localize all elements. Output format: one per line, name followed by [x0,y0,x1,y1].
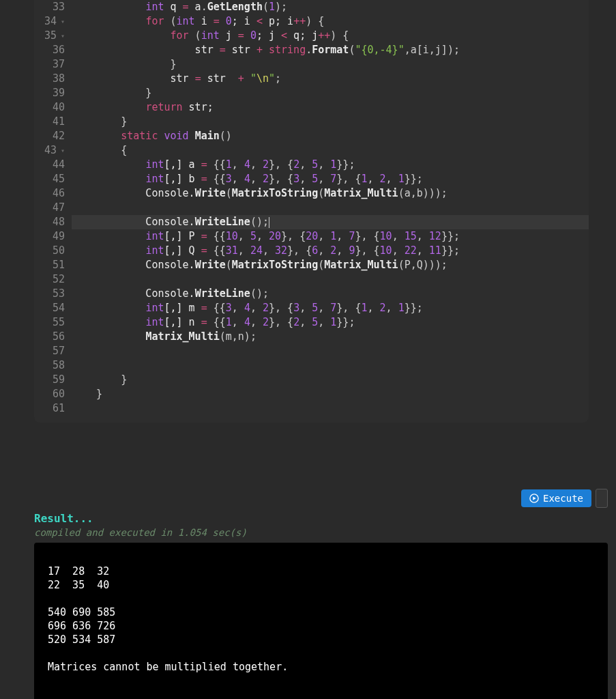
line-number: 51 [34,258,65,272]
line-number: 34 [34,14,65,29]
code-line[interactable]: int[,] a = {{1, 4, 2}, {2, 5, 1}}; [72,158,589,172]
code-line[interactable]: Console.Write(MatrixToString(Matrix_Mult… [72,258,589,272]
line-number: 41 [34,115,65,129]
line-number: 61 [34,401,65,416]
line-number: 42 [34,129,65,143]
code-content[interactable]: int q = a.GetLength(1); for (int i = 0; … [72,0,589,416]
line-number: 47 [34,201,65,215]
line-number: 36 [34,43,65,57]
line-number: 48 [34,215,65,229]
code-line[interactable]: for (int j = 0; j < q; j++) { [72,29,589,43]
line-number: 59 [34,373,65,387]
code-line[interactable]: } [72,86,589,100]
line-number: 60 [34,387,65,401]
code-line[interactable]: int[,] Q = {{31, 24, 32}, {6, 2, 9}, {10… [72,244,589,258]
code-line[interactable]: for (int i = 0; i < p; i++) { [72,14,589,29]
code-line[interactable] [72,272,589,287]
line-number: 38 [34,72,65,86]
code-line[interactable]: str = str + string.Format("{0,-4}",a[i,j… [72,43,589,57]
code-line[interactable]: } [72,115,589,129]
line-number: 40 [34,100,65,115]
code-line[interactable]: str = str + "\n"; [72,72,589,86]
code-line[interactable]: Matrix_Multi(m,n); [72,330,589,344]
line-number: 52 [34,272,65,287]
line-number: 37 [34,57,65,72]
extra-button[interactable] [596,489,608,508]
result-header: Result... [34,512,93,525]
code-line[interactable] [72,401,589,416]
code-line[interactable]: { [72,143,589,158]
play-icon [529,494,539,503]
code-line[interactable]: Console.WriteLine(); [72,215,589,229]
line-number: 44 [34,158,65,172]
result-subtext: compiled and executed in 1.054 sec(s) [34,527,247,538]
line-number: 55 [34,315,65,330]
code-line[interactable]: } [72,387,589,401]
line-number: 50 [34,244,65,258]
line-number: 53 [34,287,65,301]
code-line[interactable]: } [72,57,589,72]
code-line[interactable]: Console.WriteLine(); [72,287,589,301]
line-number: 39 [34,86,65,100]
text-cursor [269,217,269,228]
line-number-gutter: 3334353637383940414243444546474849505152… [34,0,72,416]
execute-label: Execute [543,493,583,504]
code-line[interactable] [72,344,589,358]
line-number: 45 [34,172,65,186]
svg-marker-1 [533,496,536,500]
line-number: 35 [34,29,65,43]
line-number: 46 [34,186,65,201]
code-line[interactable]: Console.Write(MatrixToString(Matrix_Mult… [72,186,589,201]
code-line[interactable]: int[,] P = {{10, 5, 20}, {20, 1, 7}, {10… [72,229,589,244]
line-number: 54 [34,301,65,315]
line-number: 56 [34,330,65,344]
code-line[interactable]: int q = a.GetLength(1); [72,0,589,14]
code-line[interactable]: int[,] m = {{3, 4, 2}, {3, 5, 7}, {1, 2,… [72,301,589,315]
code-line[interactable] [72,201,589,215]
line-number: 58 [34,358,65,373]
line-number: 33 [34,0,65,14]
console-output: 17 28 32 22 35 40 540 690 585 696 636 72… [34,543,608,699]
code-line[interactable]: return str; [72,100,589,115]
code-line[interactable]: static void Main() [72,129,589,143]
code-line[interactable]: int[,] n = {{1, 4, 2}, {2, 5, 1}}; [72,315,589,330]
code-editor[interactable]: 3334353637383940414243444546474849505152… [34,0,589,423]
code-line[interactable] [72,358,589,373]
code-line[interactable]: } [72,373,589,387]
line-number: 49 [34,229,65,244]
line-number: 43 [34,143,65,158]
code-line[interactable]: int[,] b = {{3, 4, 2}, {3, 5, 7}, {1, 2,… [72,172,589,186]
line-number: 57 [34,344,65,358]
execute-button[interactable]: Execute [521,489,591,507]
